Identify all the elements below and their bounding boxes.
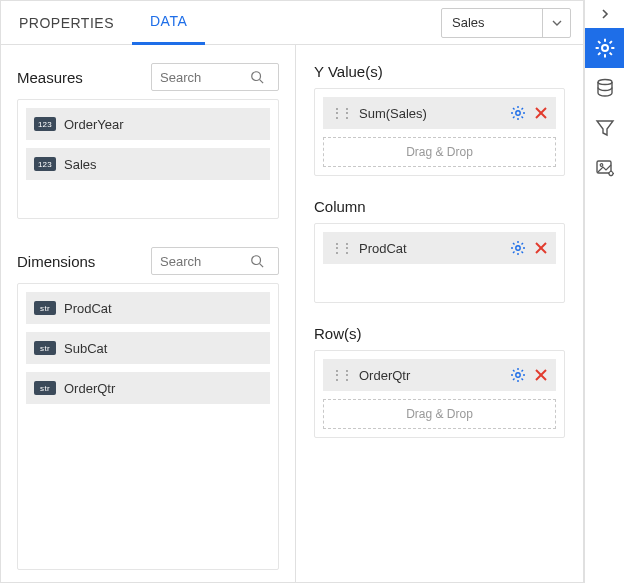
string-badge-icon: str [34,341,56,355]
measures-search-input[interactable] [160,70,250,85]
tabstrip: PROPERTIES DATA Sales [1,1,583,45]
svg-point-48 [600,164,603,167]
measures-list: 123 OrderYear 123 Sales [17,99,279,219]
svg-line-11 [513,117,515,119]
svg-line-10 [522,117,524,119]
svg-line-21 [522,252,524,254]
close-icon[interactable] [534,241,548,255]
svg-line-42 [598,41,600,43]
svg-point-15 [516,246,520,250]
column-label: ProdCat [359,241,502,256]
funnel-icon [595,118,615,138]
dimension-item[interactable]: str ProdCat [26,292,270,324]
svg-line-45 [609,41,611,43]
string-badge-icon: str [34,381,56,395]
close-icon[interactable] [534,106,548,120]
svg-point-2 [252,256,261,265]
yvalue-chip[interactable]: ⋮⋮ Sum(Sales) [323,97,556,129]
dimensions-search[interactable] [151,247,279,275]
drag-handle-icon[interactable]: ⋮⋮ [331,368,351,382]
row-chip[interactable]: ⋮⋮ OrderQtr [323,359,556,391]
svg-line-32 [522,379,524,381]
rows-title: Row(s) [314,325,565,342]
yvalues-section: Y Value(s) ⋮⋮ Sum(Sales) [314,63,565,176]
drop-hint[interactable]: Drag & Drop [323,399,556,429]
column-dropzone[interactable]: ⋮⋮ ProdCat [314,223,565,303]
yvalues-dropzone[interactable]: ⋮⋮ Sum(Sales) Drag & Drop [314,88,565,176]
datasource-value: Sales [442,15,542,30]
svg-line-22 [513,252,515,254]
search-icon [250,254,264,268]
side-rail [584,0,624,583]
svg-line-44 [598,53,600,55]
chevron-down-icon [542,9,570,37]
datasource-select[interactable]: Sales [441,8,571,38]
svg-line-34 [522,370,524,372]
svg-line-12 [522,108,524,110]
column-chip[interactable]: ⋮⋮ ProdCat [323,232,556,264]
svg-line-1 [260,80,264,84]
measures-title: Measures [17,69,83,86]
measure-item[interactable]: 123 OrderYear [26,108,270,140]
dimensions-list: str ProdCat str SubCat str OrderQtr [17,283,279,570]
column-title: Column [314,198,565,215]
gear-icon[interactable] [510,105,526,121]
svg-line-31 [513,370,515,372]
svg-line-3 [260,264,264,268]
svg-point-49 [609,172,613,176]
dimension-label: OrderQtr [64,381,115,396]
gear-icon [595,38,615,58]
gear-icon[interactable] [510,367,526,383]
dimensions-search-input[interactable] [160,254,250,269]
measure-label: Sales [64,157,97,172]
tab-data[interactable]: DATA [132,1,205,45]
dimension-item[interactable]: str SubCat [26,332,270,364]
tab-properties[interactable]: PROPERTIES [1,1,132,45]
drag-handle-icon[interactable]: ⋮⋮ [331,241,351,255]
svg-point-26 [516,373,520,377]
string-badge-icon: str [34,301,56,315]
svg-point-37 [602,45,608,51]
rail-filter[interactable] [585,108,625,148]
svg-line-23 [522,243,524,245]
dimension-label: ProdCat [64,301,112,316]
rail-data[interactable] [585,68,625,108]
svg-line-20 [513,243,515,245]
column-section: Column ⋮⋮ ProdCat [314,198,565,303]
image-gear-icon [595,158,615,178]
svg-point-0 [252,72,261,81]
number-badge-icon: 123 [34,117,56,131]
svg-line-43 [609,53,611,55]
svg-point-4 [516,111,520,115]
yvalues-title: Y Value(s) [314,63,565,80]
rail-image-settings[interactable] [585,148,625,188]
row-label: OrderQtr [359,368,502,383]
dimension-label: SubCat [64,341,107,356]
yvalue-label: Sum(Sales) [359,106,502,121]
gear-icon[interactable] [510,240,526,256]
search-icon [250,70,264,84]
drop-hint[interactable]: Drag & Drop [323,137,556,167]
measure-item[interactable]: 123 Sales [26,148,270,180]
svg-point-46 [598,80,612,85]
drag-handle-icon[interactable]: ⋮⋮ [331,106,351,120]
rail-settings[interactable] [585,28,625,68]
rows-section: Row(s) ⋮⋮ OrderQtr [314,325,565,438]
number-badge-icon: 123 [34,157,56,171]
expand-panel-button[interactable] [585,0,625,28]
close-icon[interactable] [534,368,548,382]
measures-search[interactable] [151,63,279,91]
database-icon [595,78,615,98]
svg-line-9 [513,108,515,110]
measure-label: OrderYear [64,117,124,132]
dimensions-title: Dimensions [17,253,95,270]
dimension-item[interactable]: str OrderQtr [26,372,270,404]
rows-dropzone[interactable]: ⋮⋮ OrderQtr Drag & Drop [314,350,565,438]
svg-line-33 [513,379,515,381]
